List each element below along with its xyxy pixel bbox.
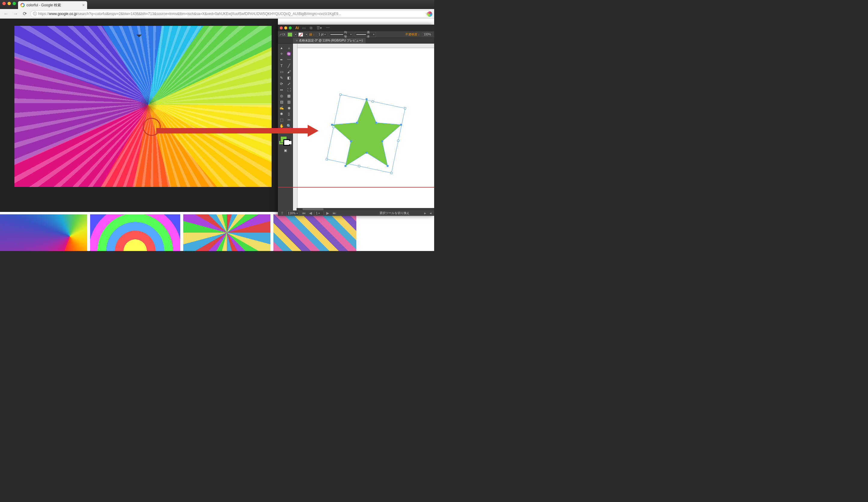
fill-swatch-menu[interactable] [294,32,297,37]
perspective-grid-tool-icon[interactable]: ▦ [286,93,293,99]
workspace-switcher-icon[interactable]: ☰▾ [316,26,323,30]
mac-traffic-lights [2,2,16,5]
nav-reload-icon[interactable]: ⟳ [22,11,28,17]
ai-document-tab-active[interactable]: × 名称未設定-3* @ 116% (RGB/GPU プレビュー) [293,38,366,43]
status-message: 選択ツールを切り換え [380,211,410,215]
selection-tool-icon[interactable]: ▴ [278,45,286,51]
artboard-prev-icon[interactable]: ◀ [308,211,313,215]
ai-control-bar: パス 線： 1 pt 均等 基本 不透明度： 100% [278,31,434,38]
search-adobe-icon[interactable]: 〰 [325,26,331,30]
extension-icon[interactable] [427,11,432,17]
site-info-icon[interactable]: ⓘ [33,11,37,17]
browser-tab-active[interactable]: colorful - Google 検索 × [18,1,87,9]
ruler-horizontal [298,44,434,48]
image-thumbnail[interactable] [0,214,87,251]
horizontal-scrollbar[interactable] [297,208,434,211]
artboard-next-last-icon[interactable]: ⏭ [332,211,337,215]
window-close[interactable] [2,2,6,5]
mesh-tool-icon[interactable]: ▤ [278,99,286,105]
brush-definition-dropdown[interactable]: 基本 [355,32,376,37]
shape-builder-tool-icon[interactable]: ◎ [278,93,286,99]
fill-swatch[interactable] [288,32,292,37]
tab-close-icon[interactable]: × [82,3,85,8]
stroke-profile-value: 均等 [344,30,349,39]
svg-rect-8 [331,124,333,126]
lightbox-image-rainbow-swirl[interactable] [14,26,272,187]
width-tool-icon[interactable]: ⇔ [278,87,286,93]
free-transform-tool-icon[interactable]: ⛶ [286,87,293,93]
symbol-sprayer-tool-icon[interactable]: ✺ [278,111,286,117]
svg-rect-2 [400,124,402,126]
stroke-profile-dropdown[interactable]: 均等 [329,32,353,37]
artboard-tool-icon[interactable]: ⬚ [278,117,286,123]
stroke-swatch-menu[interactable] [305,32,307,37]
image-thumbnail[interactable] [90,214,180,251]
svg-rect-7 [350,140,352,142]
svg-rect-5 [366,152,368,154]
image-thumbnail[interactable] [183,214,270,251]
opacity-field[interactable]: 100% [422,32,432,37]
stroke-profile-preview [331,34,343,35]
image-thumbnail[interactable] [273,214,356,251]
rotate-tool-icon[interactable]: ⟳ [278,81,286,87]
ai-window-zoom[interactable] [289,27,292,30]
share-icon[interactable]: ⇪ [280,211,285,215]
column-graph-tool-icon[interactable]: ▯ [286,111,293,117]
slice-tool-icon[interactable]: ✂ [286,117,293,123]
magic-wand-tool-icon[interactable]: ✧ [278,51,286,57]
color-mode-none[interactable] [288,141,291,144]
lasso-tool-icon[interactable]: ♒ [286,51,293,57]
curvature-tool-icon[interactable]: 〰 [286,57,293,63]
pen-tool-icon[interactable]: ✒ [278,57,286,63]
gpu-preview-icon[interactable]: ⧉ [309,26,313,30]
eraser-tool-icon[interactable]: ◧ [286,75,293,81]
selection-type-label: パス [280,32,286,37]
rectangle-tool-icon[interactable]: ▭ [278,69,286,75]
direct-selection-tool-icon[interactable]: ▵ [286,45,293,51]
svg-rect-0 [366,98,368,100]
address-bar-row: ← → ⟳ ⓘ https://www.google.co.jp/search?… [0,9,434,19]
ai-window-close[interactable] [280,27,283,30]
status-prev-icon[interactable]: ◂ [429,211,432,215]
blend-tool-icon[interactable]: ◉ [286,105,293,111]
doc-tab-title: 名称未設定-3* @ 116% (RGB/GPU プレビュー) [299,39,363,43]
svg-rect-17 [390,172,392,174]
ai-window-minimize[interactable] [284,27,287,30]
artboard-next-icon[interactable]: ▶ [326,211,330,215]
artboard-prev-first-icon[interactable]: ⏮ [301,211,307,215]
svg-rect-16 [358,165,360,167]
tab-title: colorful - Google 検索 [27,3,61,8]
window-minimize[interactable] [8,2,11,5]
scale-tool-icon[interactable]: ⤢ [286,81,293,87]
annotation-arrow [156,125,319,135]
brush-value: 基本 [367,30,372,39]
star-polygon[interactable] [332,99,401,166]
status-dropdown-icon[interactable]: ▸ [423,211,427,215]
doc-tab-close-icon[interactable]: × [296,39,298,42]
nav-back-icon[interactable]: ← [2,11,10,17]
pencil-tool-icon[interactable]: ✎ [278,75,286,81]
ai-status-bar: ⇪ 116% ⏮ ◀ 1 ▶ ⏭ 選択ツールを切り換え ▸ ◂ [278,211,434,216]
zoom-level-field[interactable]: 116% [286,211,299,216]
brush-preview [356,34,366,35]
type-tool-icon[interactable]: T [278,63,286,69]
url-field[interactable]: ⓘ https://www.google.co.jp/search?q=colo… [30,10,432,18]
google-favicon [20,3,25,7]
tab-strip: colorful - Google 検索 × [0,0,434,9]
gradient-tool-icon[interactable]: ▥ [286,99,293,105]
svg-rect-13 [333,126,335,128]
eyedropper-tool-icon[interactable]: ✍ [278,105,286,111]
artboard-number-field[interactable]: 1 [314,211,323,216]
paintbrush-tool-icon[interactable]: 🖌 [286,69,293,75]
arrange-documents-icon[interactable]: ▭ [301,26,307,30]
stroke-swatch[interactable] [298,32,303,37]
artboard-number: 1 [316,212,318,215]
annotation-arrow-head [308,125,319,137]
svg-rect-1 [375,122,377,124]
window-zoom[interactable] [13,2,16,5]
selected-star-shape[interactable] [319,90,415,186]
stroke-weight-field[interactable]: 1 pt [317,32,327,37]
line-tool-icon[interactable]: ╱ [286,63,293,69]
svg-rect-14 [397,140,399,142]
image-results-row-bottom [0,213,434,251]
